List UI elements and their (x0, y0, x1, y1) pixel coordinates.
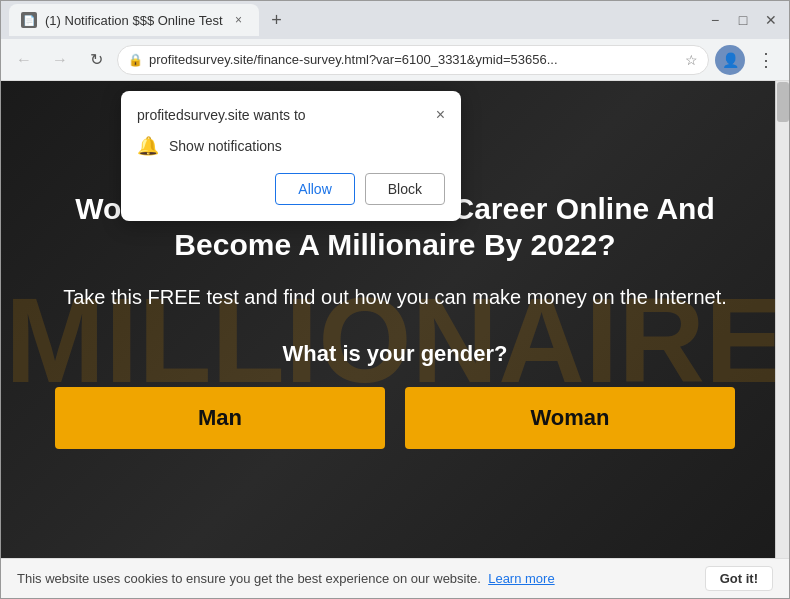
learn-more-link[interactable]: Learn more (488, 571, 554, 586)
cookie-banner: This website uses cookies to ensure you … (1, 558, 789, 598)
forward-button[interactable]: → (45, 45, 75, 75)
popup-row: 🔔 Show notifications (137, 135, 445, 157)
title-bar: 📄 (1) Notification $$$ Online Test × + −… (1, 1, 789, 39)
woman-button[interactable]: Woman (405, 387, 735, 449)
tab-title: (1) Notification $$$ Online Test (45, 13, 223, 28)
new-tab-button[interactable]: + (263, 6, 291, 34)
browser-tab[interactable]: 📄 (1) Notification $$$ Online Test × (9, 4, 259, 36)
maximize-button[interactable]: □ (733, 12, 753, 28)
browser-window: 📄 (1) Notification $$$ Online Test × + −… (0, 0, 790, 599)
block-button[interactable]: Block (365, 173, 445, 205)
scrollbar[interactable] (775, 81, 789, 558)
gender-buttons: Man Woman (55, 387, 735, 449)
scrollbar-thumb[interactable] (777, 82, 789, 122)
gender-question: What is your gender? (283, 341, 508, 367)
got-it-button[interactable]: Got it! (705, 566, 773, 591)
popup-buttons: Allow Block (137, 173, 445, 205)
notification-popup: profitedsurvey.site wants to × 🔔 Show no… (121, 91, 461, 221)
profile-button[interactable]: 👤 (715, 45, 745, 75)
cookie-message: This website uses cookies to ensure you … (17, 571, 481, 586)
page-content: MILLIONAIRE Would You Like To Start A Ca… (1, 81, 789, 598)
minimize-button[interactable]: − (705, 12, 725, 28)
popup-close-button[interactable]: × (436, 107, 445, 123)
navigation-bar: ← → ↻ 🔒 profitedsurvey.site/finance-surv… (1, 39, 789, 81)
back-button[interactable]: ← (9, 45, 39, 75)
tab-favicon: 📄 (21, 12, 37, 28)
refresh-button[interactable]: ↻ (81, 45, 111, 75)
close-button[interactable]: ✕ (761, 12, 781, 28)
url-text: profitedsurvey.site/finance-survey.html?… (149, 52, 679, 67)
address-bar[interactable]: 🔒 profitedsurvey.site/finance-survey.htm… (117, 45, 709, 75)
bell-icon: 🔔 (137, 135, 159, 157)
allow-button[interactable]: Allow (275, 173, 354, 205)
menu-button[interactable]: ⋮ (751, 45, 781, 75)
window-controls: − □ ✕ (705, 12, 781, 28)
sub-text: Take this FREE test and find out how you… (63, 283, 727, 311)
bookmark-icon[interactable]: ☆ (685, 52, 698, 68)
popup-title: profitedsurvey.site wants to (137, 107, 306, 123)
popup-header: profitedsurvey.site wants to × (137, 107, 445, 123)
tab-close-btn[interactable]: × (231, 12, 247, 28)
show-notifications-text: Show notifications (169, 138, 282, 154)
cookie-text: This website uses cookies to ensure you … (17, 571, 697, 586)
man-button[interactable]: Man (55, 387, 385, 449)
lock-icon: 🔒 (128, 53, 143, 67)
